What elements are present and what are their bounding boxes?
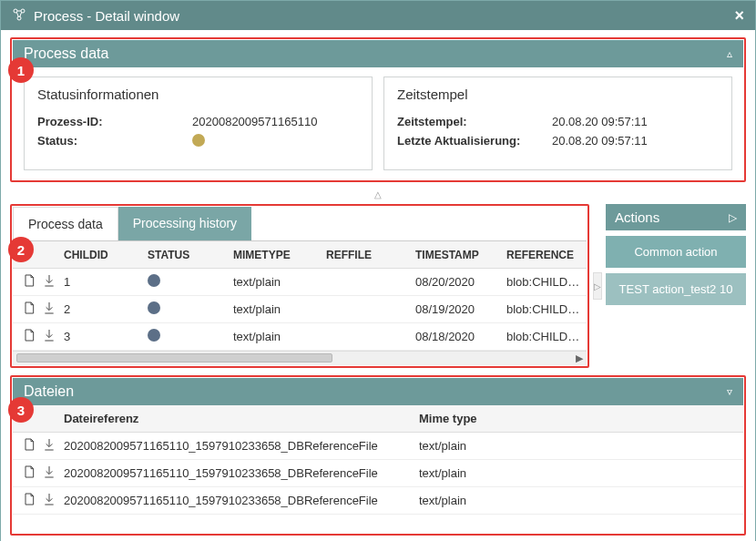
timestamp-value: 20.08.20 09:57:11 [552,115,719,128]
status-card: Statusinformationen Prozess-ID: 20200820… [24,77,373,170]
cell-reference: blob:CHILD… [506,302,587,316]
col-timestamp[interactable]: TIMESTAMP [415,249,506,261]
actions-panel-header: Actions ▷ [606,204,746,230]
col-mime-type[interactable]: Mime type [419,412,743,425]
table-row[interactable]: 2020082009571165110_1597910233658_DBRefe… [13,487,743,515]
test-action-button[interactable]: TEST action_test2 10 [606,273,746,305]
collapse-icon[interactable]: ▵ [727,47,732,60]
download-icon[interactable] [42,301,56,318]
cell-childid: 1 [64,275,148,289]
titlebar: Process - Detail window × [1,1,755,30]
document-icon[interactable] [22,464,36,482]
splitter-handle-top[interactable]: △ [10,189,746,199]
cell-file-reference: 2020082009571165110_1597910233658_DBRefe… [64,494,419,507]
cell-timestamp: 08/18/2020 [415,330,506,343]
cell-status [148,329,233,344]
status-dot-icon [148,274,160,287]
cell-mimetype: text/plain [233,330,326,343]
download-icon[interactable] [42,464,56,482]
col-childid[interactable]: CHILDID [64,249,148,261]
download-icon[interactable] [42,492,56,509]
cell-mime-type: text/plain [419,494,743,507]
col-mimetype[interactable]: MIMETYPE [233,249,326,261]
download-icon[interactable] [42,273,56,291]
cell-childid: 3 [64,330,148,343]
col-status[interactable]: STATUS [148,249,233,261]
expand-files-icon[interactable]: ▿ [727,385,732,398]
timestamp-card: Zeitstempel Zeitstempel: 20.08.20 09:57:… [383,77,732,170]
last-update-label: Letzte Aktualisierung: [397,134,552,148]
cell-mime-type: text/plain [419,439,743,453]
detail-window: Process - Detail window × 1 Process data… [0,0,756,541]
cell-file-reference: 2020082009571165110_1597910233658_DBRefe… [64,439,419,453]
col-reffile[interactable]: REFFILE [326,249,415,261]
table-row[interactable]: 2text/plain08/19/2020blob:CHILD… [13,296,587,323]
splitter-handle-side[interactable]: ▷ [593,272,602,300]
annotation-badge-1: 1 [8,57,34,83]
scrollbar-thumb[interactable] [16,353,332,362]
annotation-badge-3: 3 [8,397,34,423]
cell-file-reference: 2020082009571165110_1597910233658_DBRefe… [64,466,419,480]
document-icon[interactable] [22,492,36,509]
section-history: 2 Process data Processing history CHILDI… [10,204,746,368]
cell-childid: 2 [64,302,148,316]
common-action-button[interactable]: Common action [606,236,746,268]
table-row[interactable]: 1text/plain08/20/2020blob:CHILD… [13,269,587,296]
files-panel-header: Dateien ▿ [13,378,743,405]
cell-mimetype: text/plain [233,302,326,316]
grid-header-row: CHILDID STATUS MIMETYPE REFFILE TIMESTAM… [13,241,587,269]
cell-timestamp: 08/20/2020 [415,275,506,289]
table-row[interactable]: 2020082009571165110_1597910233658_DBRefe… [13,460,743,487]
status-dot-icon [192,134,205,147]
annotation-badge-2: 2 [8,237,34,262]
files-panel-title: Dateien [24,383,74,400]
document-icon[interactable] [22,273,36,291]
window-title: Process - Detail window [34,8,179,24]
status-label: Status: [37,134,192,149]
last-update-value: 20.08.20 09:57:11 [552,134,719,148]
cell-mime-type: text/plain [419,466,743,480]
col-file-reference[interactable]: Dateireferenz [64,412,419,425]
section-files: 3 Dateien ▿ Dateireferenz Mime type 2020… [10,375,746,536]
process-id-value: 2020082009571165110 [192,115,359,128]
status-value [192,134,359,149]
horizontal-scrollbar[interactable]: ▶ [13,351,587,365]
close-icon[interactable]: × [734,6,744,26]
status-dot-icon [148,301,160,314]
svg-point-2 [17,16,21,20]
cell-status [148,301,233,317]
process-id-label: Prozess-ID: [37,115,192,128]
table-row[interactable]: 3text/plain08/18/2020blob:CHILD… [13,323,587,351]
files-header-row: Dateireferenz Mime type [13,405,743,433]
section-process-data: 1 Process data ▵ Statusinformationen Pro… [10,37,746,182]
cell-mimetype: text/plain [233,275,326,289]
timestamp-label: Zeitstempel: [397,115,552,128]
cell-reference: blob:CHILD… [506,275,587,289]
tab-bar: Process data Processing history [13,207,587,241]
process-data-panel-title: Process data [24,46,108,62]
status-dot-icon [148,329,160,342]
actions-heading: Actions [615,209,659,225]
status-card-heading: Statusinformationen [37,87,359,102]
col-reference[interactable]: REFERENCE [506,249,587,261]
cell-status [148,274,233,290]
document-icon[interactable] [22,437,36,454]
process-icon [12,7,26,25]
tab-process-data[interactable]: Process data [13,207,118,240]
table-row[interactable]: 2020082009571165110_1597910233658_DBRefe… [13,433,743,460]
scroll-right-icon[interactable]: ▶ [576,352,583,364]
actions-panel: Actions ▷ Common action TEST action_test… [606,204,746,368]
download-icon[interactable] [42,437,56,454]
document-icon[interactable] [22,328,36,345]
history-grid: CHILDID STATUS MIMETYPE REFFILE TIMESTAM… [13,241,587,365]
download-icon[interactable] [42,328,56,345]
cell-timestamp: 08/19/2020 [415,302,506,316]
tab-processing-history[interactable]: Processing history [118,207,251,240]
timestamp-card-heading: Zeitstempel [397,87,719,102]
document-icon[interactable] [22,301,36,318]
process-data-panel-header: Process data ▵ [13,40,743,67]
expand-actions-icon[interactable]: ▷ [729,211,737,224]
cell-reference: blob:CHILD… [506,330,587,343]
